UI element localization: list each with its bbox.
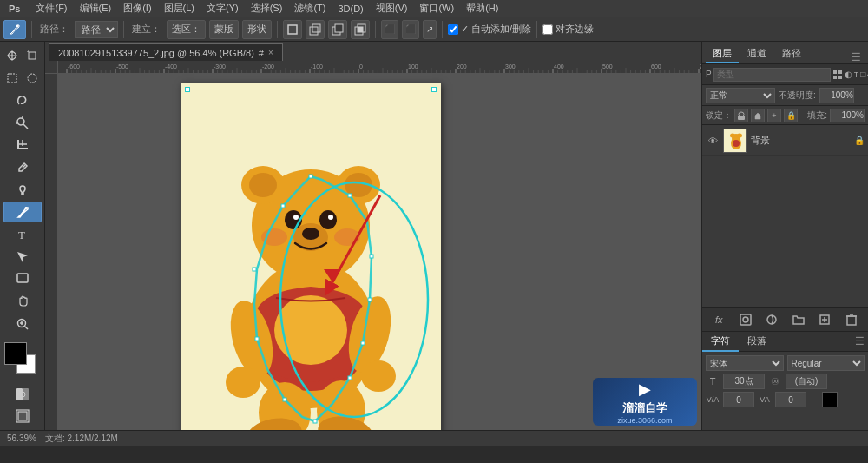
eyedropper-tool[interactable]	[3, 157, 42, 178]
lock-artboard-btn[interactable]: +	[767, 109, 781, 122]
type-tool[interactable]: T	[3, 224, 42, 245]
build-selection-btn[interactable]: 选区：	[167, 20, 206, 39]
menu-item-3d[interactable]: 3D(D)	[332, 0, 368, 17]
canvas-content[interactable]	[58, 74, 701, 430]
menu-item-help[interactable]: 帮助(H)	[461, 0, 503, 17]
pen-tool-button[interactable]	[3, 20, 26, 39]
watermark-logo: ▶	[639, 380, 651, 399]
filter-pixel-icon[interactable]	[832, 67, 843, 83]
tracking-input[interactable]	[775, 392, 806, 407]
lock-position-btn[interactable]	[751, 109, 765, 122]
add-folder-btn[interactable]	[790, 311, 807, 328]
lasso-tool[interactable]	[3, 90, 42, 111]
tab-filename: 20081029151339775_2.jpg @ 56.4% (RGB/8)	[58, 48, 254, 58]
pen-tool[interactable]	[3, 202, 42, 222]
path-select[interactable]: 路径	[75, 21, 118, 38]
svg-point-194	[274, 295, 347, 365]
layer-search-input[interactable]	[713, 68, 831, 82]
screen-mode-btn[interactable]	[3, 406, 42, 427]
leading-input[interactable]	[786, 374, 827, 389]
menu-item-select[interactable]: 选择(S)	[246, 0, 288, 17]
watermark-text: 溜溜自学	[622, 400, 667, 416]
align-btn[interactable]: ⬛	[381, 20, 398, 39]
add-style-btn[interactable]: fx	[710, 311, 727, 328]
filter-adjust-icon[interactable]: ◐	[845, 67, 852, 83]
move-tool-btn[interactable]	[3, 45, 22, 66]
text-color-swatch[interactable]	[822, 392, 838, 407]
crop-tool[interactable]	[3, 135, 42, 155]
opacity-input[interactable]	[819, 88, 854, 103]
tools-panel: T	[0, 42, 45, 430]
quick-mask-btn[interactable]	[3, 384, 42, 405]
filter-type-icon[interactable]: P	[706, 67, 712, 83]
font-family-select[interactable]: 宋体	[706, 355, 784, 371]
distribute-btn[interactable]: ⬛	[402, 20, 419, 39]
lock-all-btn[interactable]: 🔒	[784, 109, 798, 122]
marquee-ellipse-tool[interactable]	[23, 68, 42, 89]
font-size-input[interactable]	[723, 374, 765, 389]
foreground-color[interactable]	[4, 342, 27, 365]
auto-add-checkbox[interactable]	[448, 24, 458, 35]
auto-add-label[interactable]: ✓ 自动添加/删除	[448, 23, 531, 36]
blend-mode-select[interactable]: 正常	[706, 88, 775, 103]
char-panel-menu[interactable]: ☰	[852, 335, 868, 347]
build-shape-btn[interactable]: 形状	[242, 20, 272, 39]
fill-input[interactable]	[830, 109, 865, 122]
tab-channels[interactable]: 通道	[740, 44, 773, 63]
menu-item-window[interactable]: 窗口(W)	[414, 0, 459, 17]
heal-tool[interactable]	[3, 180, 42, 201]
doc-size: 文档: 2.12M/2.12M	[45, 433, 118, 445]
menu-item-text[interactable]: 文字(Y)	[201, 0, 244, 17]
menu-item-filter[interactable]: 滤镜(T)	[289, 0, 331, 17]
document-tab[interactable]: 20081029151339775_2.jpg @ 56.4% (RGB/8) …	[49, 43, 283, 61]
tab-layers[interactable]: 图层	[706, 44, 739, 63]
quick-select-tool[interactable]	[3, 113, 42, 134]
tab-paths[interactable]: 路径	[775, 44, 808, 63]
panel-menu-icon[interactable]: ☰	[848, 51, 865, 63]
menu-item-file[interactable]: 文件(F)	[30, 0, 72, 17]
menu-item-image[interactable]: 图像(I)	[118, 0, 156, 17]
font-style-select[interactable]: Regular	[787, 355, 865, 371]
add-adjustment-btn[interactable]	[763, 311, 780, 328]
marquee-rect-tool[interactable]	[3, 68, 22, 89]
svg-rect-3	[312, 24, 320, 32]
lock-pixel-btn[interactable]	[734, 109, 748, 122]
menu-item-view[interactable]: 视图(V)	[371, 0, 413, 17]
edge-align-label[interactable]: 对齐边缘	[542, 23, 594, 36]
svg-point-203	[328, 215, 333, 220]
filter-shape-icon[interactable]: □	[860, 67, 865, 83]
artboard-tool-btn[interactable]	[23, 45, 42, 66]
tab-character[interactable]: 字符	[702, 331, 739, 352]
path-intersect-btn[interactable]	[351, 20, 370, 39]
kerning-input[interactable]	[723, 392, 754, 407]
build-mask-btn[interactable]: 蒙版	[209, 20, 239, 39]
layer-item-bg[interactable]: 👁 背景	[702, 125, 868, 156]
path-subtract-btn[interactable]	[328, 20, 347, 39]
menu-item-layer[interactable]: 图层(L)	[159, 0, 200, 17]
hand-tool[interactable]	[3, 291, 42, 312]
svg-point-202	[293, 215, 299, 220]
tab-close-btn[interactable]: ×	[268, 48, 273, 57]
menu-item-edit[interactable]: 编辑(E)	[75, 0, 117, 17]
add-layer-btn[interactable]	[816, 311, 833, 328]
path-new-btn[interactable]	[283, 20, 302, 39]
filter-text-icon[interactable]: T	[854, 67, 859, 83]
svg-rect-234	[838, 76, 842, 79]
path-combine-btn[interactable]	[306, 20, 325, 39]
add-mask-btn[interactable]	[737, 311, 754, 328]
tab-paragraph[interactable]: 段落	[739, 331, 775, 352]
delete-layer-btn[interactable]	[843, 311, 860, 328]
transform-btn[interactable]: ↗	[423, 20, 437, 39]
kerning-icon: V/A	[706, 395, 720, 404]
pooh-illustration	[181, 83, 441, 430]
layers-actions-bar: fx	[702, 307, 868, 331]
path-select-tool[interactable]	[3, 247, 42, 268]
build-label: 建立：	[129, 23, 163, 36]
edge-align-checkbox[interactable]	[542, 24, 553, 35]
layer-visibility-icon[interactable]: 👁	[706, 134, 720, 148]
svg-text:300: 300	[505, 63, 516, 69]
zoom-tool[interactable]	[3, 314, 42, 334]
color-swatch[interactable]	[4, 342, 41, 378]
shape-tool[interactable]	[3, 268, 42, 289]
svg-point-25	[24, 207, 27, 209]
